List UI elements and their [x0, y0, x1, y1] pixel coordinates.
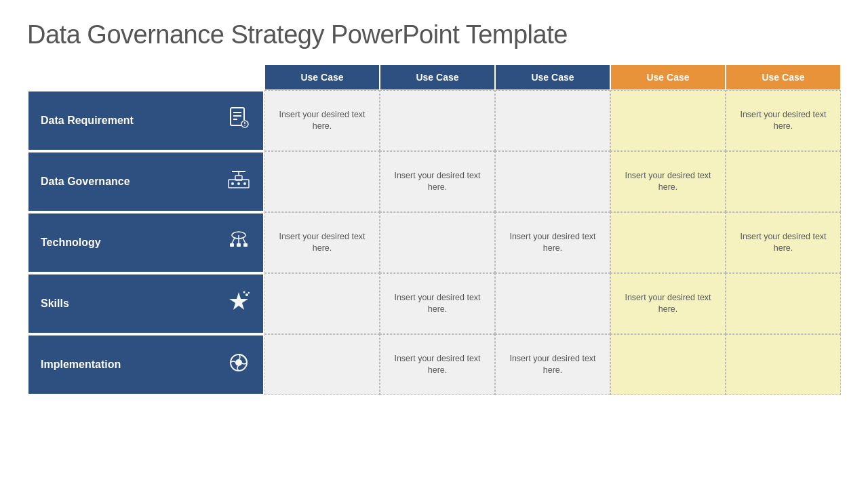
svg-point-25	[248, 291, 250, 293]
svg-point-14	[243, 182, 246, 185]
skills-icon	[226, 289, 251, 319]
row-label-text-skills: Skills	[41, 297, 69, 311]
cell-r1-c5[interactable]: Insert your desired text here.	[726, 90, 841, 151]
col-header-5: Use Case	[726, 64, 841, 90]
row-label-implementation: Implementation	[27, 334, 264, 395]
implementation-icon	[226, 350, 251, 380]
row-label-technology: Technology	[27, 212, 264, 273]
data-requirement-icon	[226, 106, 251, 136]
svg-point-27	[235, 359, 242, 366]
cell-r4-c4[interactable]: Insert your desired text here.	[610, 273, 726, 334]
cell-r3-c2[interactable]	[380, 212, 495, 273]
cell-r2-c4[interactable]: Insert your desired text here.	[610, 151, 726, 212]
svg-line-17	[232, 238, 235, 243]
row-label-data-governance: Data Governance	[27, 151, 264, 212]
svg-point-23	[245, 293, 248, 296]
row-label-data-requirement: Data Requirement	[27, 90, 264, 151]
svg-marker-22	[229, 292, 248, 310]
cell-r4-c2[interactable]: Insert your desired text here.	[380, 273, 495, 334]
main-table: Use Case Use Case Use Case Use Case Use …	[27, 64, 841, 395]
svg-rect-19	[230, 243, 234, 247]
cell-r5-c3[interactable]: Insert your desired text here.	[495, 334, 610, 395]
cell-r5-c5[interactable]	[726, 334, 841, 395]
svg-rect-20	[237, 243, 241, 247]
cell-r3-c3[interactable]: Insert your desired text here.	[495, 212, 610, 273]
data-governance-icon	[226, 167, 251, 197]
cell-r4-c1[interactable]	[264, 273, 380, 334]
cell-r4-c3[interactable]	[495, 273, 610, 334]
grid-layout: Use Case Use Case Use Case Use Case Use …	[27, 64, 841, 395]
svg-line-18	[243, 238, 245, 243]
cell-r5-c4[interactable]	[610, 334, 726, 395]
cell-r5-c1[interactable]	[264, 334, 380, 395]
header-spacer	[27, 64, 264, 90]
page-title: Data Governance Strategy PowerPoint Temp…	[27, 20, 841, 49]
col-header-1: Use Case	[264, 64, 380, 90]
row-label-text-data-governance: Data Governance	[41, 175, 130, 189]
row-label-text-technology: Technology	[41, 236, 101, 250]
cell-r2-c1[interactable]	[264, 151, 380, 212]
svg-point-13	[237, 182, 240, 185]
technology-icon	[226, 228, 251, 258]
cell-r1-c1[interactable]: Insert your desired text here.	[264, 90, 380, 151]
cell-r3-c4[interactable]	[610, 212, 726, 273]
svg-point-7	[244, 125, 245, 126]
cell-r4-c5[interactable]	[726, 273, 841, 334]
cell-r1-c3[interactable]	[495, 90, 610, 151]
col-header-4: Use Case	[610, 64, 726, 90]
cell-r5-c2[interactable]: Insert your desired text here.	[380, 334, 495, 395]
cell-r3-c5[interactable]: Insert your desired text here.	[726, 212, 841, 273]
cell-r2-c5[interactable]	[726, 151, 841, 212]
row-label-text-data-requirement: Data Requirement	[41, 114, 134, 128]
cell-r1-c2[interactable]	[380, 90, 495, 151]
col-header-2: Use Case	[380, 64, 495, 90]
cell-r2-c2[interactable]: Insert your desired text here.	[380, 151, 495, 212]
col-header-3: Use Case	[495, 64, 610, 90]
row-label-text-implementation: Implementation	[41, 358, 121, 372]
row-label-skills: Skills	[27, 273, 264, 334]
svg-point-12	[231, 182, 234, 185]
cell-r1-c4[interactable]	[610, 90, 726, 151]
svg-point-24	[243, 291, 245, 293]
cell-r2-c3[interactable]	[495, 151, 610, 212]
cell-r3-c1[interactable]: Insert your desired text here.	[264, 212, 380, 273]
svg-rect-21	[243, 243, 248, 247]
